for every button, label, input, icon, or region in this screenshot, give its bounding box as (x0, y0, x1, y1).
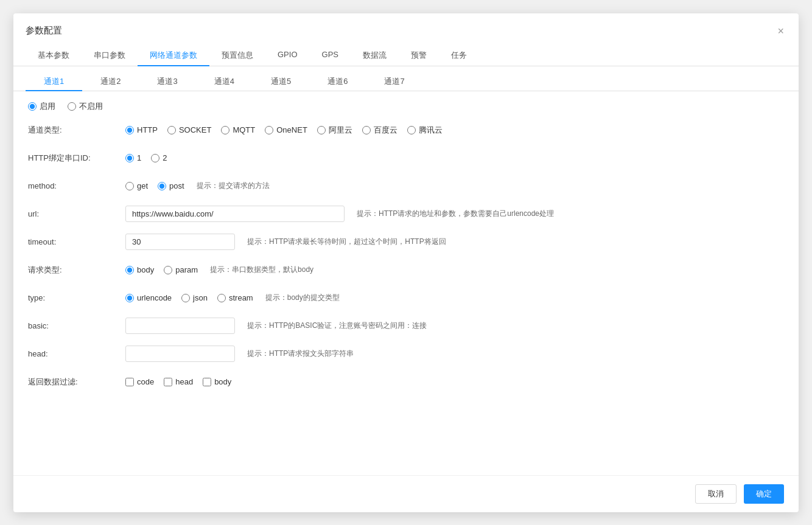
radio-onenet[interactable] (265, 126, 273, 134)
sub-tab-channel4[interactable]: 通道4 (196, 72, 253, 91)
radio-socket[interactable] (167, 126, 176, 134)
dialog-header: 参数配置 × (13, 13, 799, 39)
head-hint: 提示：HTTP请求报文头部字符串 (247, 349, 354, 359)
disable-radio[interactable] (68, 102, 76, 111)
enable-radio-item[interactable]: 启用 (28, 101, 55, 112)
close-button[interactable]: × (775, 23, 786, 39)
label-post: post (169, 181, 184, 190)
url-hint: 提示：HTTP请求的地址和参数，参数需要自己urlencode处理 (357, 209, 554, 219)
radio-aliyun[interactable] (317, 126, 326, 134)
channel-type-controls: HTTP SOCKET MQTT OneNET (125, 125, 784, 136)
label-baiduyun: 百度云 (374, 125, 397, 136)
head-input[interactable] (125, 346, 235, 362)
sub-tab-channel6[interactable]: 通道6 (309, 72, 366, 91)
sub-tab-channel2[interactable]: 通道2 (82, 72, 139, 91)
label-body-filter: body (214, 377, 231, 386)
request-type-label: 请求类型: (28, 265, 125, 276)
radio-stream[interactable] (217, 294, 226, 302)
http-bind-2[interactable]: 2 (151, 153, 167, 162)
radio-bind-2[interactable] (151, 154, 159, 162)
tab-gps[interactable]: GPS (310, 45, 351, 66)
method-label: method: (28, 181, 125, 190)
tab-basic-params[interactable]: 基本参数 (26, 45, 82, 66)
basic-input[interactable] (125, 318, 235, 334)
radio-baiduyun[interactable] (362, 126, 371, 134)
radio-mqtt[interactable] (221, 126, 229, 134)
sub-tab-channel3[interactable]: 通道3 (139, 72, 195, 91)
disable-label: 不启用 (79, 101, 103, 112)
sub-tab-channel7[interactable]: 通道7 (366, 72, 422, 91)
radio-body[interactable] (125, 266, 134, 274)
checkbox-head[interactable] (164, 378, 172, 386)
tab-task[interactable]: 任务 (439, 45, 479, 66)
tab-alarm[interactable]: 预警 (399, 45, 439, 66)
radio-http[interactable] (125, 126, 134, 134)
label-stream: stream (229, 293, 253, 302)
type-stream[interactable]: stream (217, 293, 253, 302)
http-bind-1[interactable]: 1 (125, 153, 141, 162)
channel-type-tengxunyun[interactable]: 腾讯云 (407, 125, 443, 136)
sub-tab-channel5[interactable]: 通道5 (253, 72, 309, 91)
top-tabs: 基本参数 串口参数 网络通道参数 预置信息 GPIO GPS 数据流 预警 任务 (13, 39, 799, 66)
channel-type-label: 通道类型: (28, 125, 125, 136)
label-tengxunyun: 腾讯云 (419, 125, 443, 136)
type-radio-group: urlencode json stream (125, 293, 253, 302)
disable-radio-item[interactable]: 不启用 (68, 101, 103, 112)
timeout-label: timeout: (28, 237, 125, 246)
channel-type-mqtt[interactable]: MQTT (221, 125, 255, 134)
ok-button[interactable]: 确定 (744, 484, 784, 504)
label-urlencode: urlencode (137, 293, 172, 302)
method-radio-group: get post (125, 181, 184, 190)
channel-type-onenet[interactable]: OneNET (265, 125, 307, 134)
enable-label: 启用 (40, 101, 55, 112)
dialog-title: 参数配置 (26, 25, 62, 37)
tab-gpio[interactable]: GPIO (265, 45, 310, 66)
method-get[interactable]: get (125, 181, 148, 190)
radio-get[interactable] (125, 182, 134, 190)
tab-network-channel-params[interactable]: 网络通道参数 (138, 45, 209, 66)
checkbox-code[interactable] (125, 378, 134, 386)
url-input[interactable] (125, 206, 345, 222)
request-type-param[interactable]: param (164, 265, 198, 274)
radio-tengxunyun[interactable] (407, 126, 416, 134)
head-row: head: 提示：HTTP请求报文头部字符串 (28, 344, 784, 364)
timeout-input[interactable] (125, 234, 235, 250)
request-type-hint: 提示：串口数据类型，默认body (210, 265, 313, 275)
radio-json[interactable] (181, 294, 190, 302)
dialog: 参数配置 × 基本参数 串口参数 网络通道参数 预置信息 GPIO GPS 数据… (13, 13, 799, 512)
tab-serial-params[interactable]: 串口参数 (82, 45, 138, 66)
request-type-body[interactable]: body (125, 265, 154, 274)
checkbox-body[interactable] (203, 378, 211, 386)
type-row: type: urlencode json stream (28, 288, 784, 308)
method-hint: 提示：提交请求的方法 (197, 181, 270, 191)
head-controls: 提示：HTTP请求报文头部字符串 (125, 346, 784, 362)
type-json[interactable]: json (181, 293, 208, 302)
type-hint: 提示：body的提交类型 (265, 293, 340, 303)
filter-code[interactable]: code (125, 377, 154, 386)
radio-post[interactable] (158, 182, 166, 190)
tab-data-stream[interactable]: 数据流 (351, 45, 399, 66)
channel-type-aliyun[interactable]: 阿里云 (317, 125, 352, 136)
basic-row: basic: 提示：HTTP的BASIC验证，注意账号密码之间用：连接 (28, 316, 784, 336)
radio-urlencode[interactable] (125, 294, 134, 302)
method-post[interactable]: post (158, 181, 184, 190)
url-controls: 提示：HTTP请求的地址和参数，参数需要自己urlencode处理 (125, 206, 784, 222)
tab-preset-info[interactable]: 预置信息 (209, 45, 265, 66)
filter-head[interactable]: head (164, 377, 193, 386)
channel-type-socket[interactable]: SOCKET (167, 125, 211, 134)
channel-type-baiduyun[interactable]: 百度云 (362, 125, 397, 136)
channel-type-http[interactable]: HTTP (125, 125, 158, 134)
type-controls: urlencode json stream 提示：body的提交类型 (125, 293, 784, 303)
filter-body[interactable]: body (203, 377, 231, 386)
radio-param[interactable] (164, 266, 172, 274)
head-label: head: (28, 349, 125, 358)
channel-type-radio-group: HTTP SOCKET MQTT OneNET (125, 125, 443, 136)
label-json: json (193, 293, 208, 302)
label-onenet: OneNET (276, 125, 307, 134)
sub-tab-channel1[interactable]: 通道1 (26, 72, 82, 91)
enable-radio[interactable] (28, 102, 37, 111)
type-urlencode[interactable]: urlencode (125, 293, 172, 302)
radio-bind-1[interactable] (125, 154, 134, 162)
label-get: get (137, 181, 148, 190)
cancel-button[interactable]: 取消 (695, 484, 737, 504)
